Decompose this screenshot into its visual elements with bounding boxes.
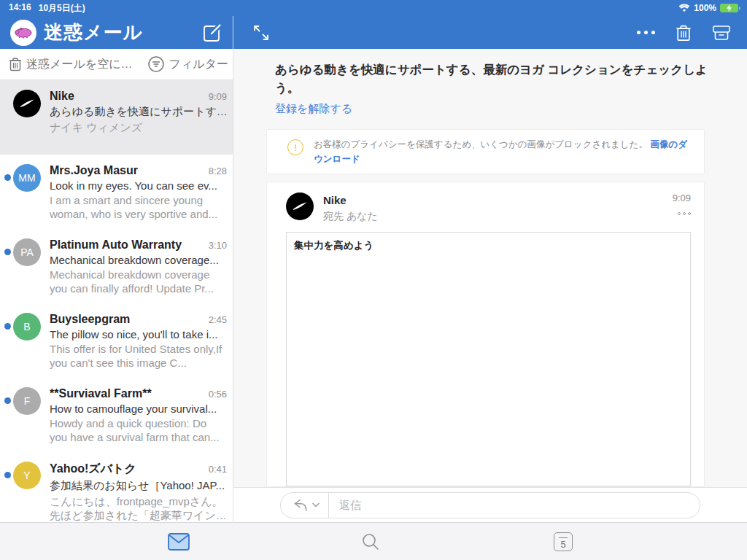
mail-body-text: 集中力を高めよう bbox=[294, 239, 683, 252]
sender-avatar: F bbox=[13, 387, 41, 415]
trash-icon bbox=[9, 57, 22, 71]
reply-bar bbox=[233, 487, 747, 522]
clock: 14:16 bbox=[9, 2, 31, 15]
mail-subject: Mechanical breakdown coverage... bbox=[50, 254, 227, 266]
recipient-line: 宛先 あなた bbox=[323, 210, 673, 223]
blocked-images-banner: ! お客様のプライバシーを保護するため、いくつかの画像がブロックされました。 画… bbox=[266, 129, 705, 174]
sender-avatar bbox=[13, 90, 41, 117]
mail-time: 9:09 bbox=[673, 192, 691, 203]
battery-icon bbox=[720, 4, 738, 12]
wifi-icon bbox=[678, 4, 690, 12]
nike-swoosh-icon bbox=[290, 197, 309, 216]
unread-dot bbox=[4, 249, 11, 255]
tab-mail[interactable] bbox=[168, 533, 190, 551]
reading-pane-header bbox=[233, 16, 747, 49]
archive-button[interactable] bbox=[712, 24, 731, 42]
list-item[interactable]: F **Surviaval Farm**0:56 How to camoufla… bbox=[0, 378, 233, 452]
filter-icon bbox=[147, 55, 165, 73]
status-bar: 14:16 10月5日(土) 100% bbox=[0, 0, 747, 16]
list-item[interactable]: MM Mrs.Joya Masur8:28 Look in my eyes. Y… bbox=[0, 155, 233, 229]
mail-preview: Mechanical breakdown coverage you can fi… bbox=[50, 268, 227, 295]
mail-list-pane: 迷惑メール bbox=[0, 16, 233, 522]
battery-percent: 100% bbox=[694, 3, 716, 13]
reading-pane: あらゆる動きを快適にサポートする、最新のヨガ コレクションをチェックしよう。 登… bbox=[233, 16, 747, 522]
mail-preview: Howdy and a quick question: Do you have … bbox=[50, 416, 227, 444]
mail-time: 3:10 bbox=[209, 240, 227, 251]
mail-body: 集中力を高めよう bbox=[286, 232, 691, 486]
mail-time: 2:45 bbox=[209, 314, 227, 325]
filter-button[interactable]: フィルター bbox=[147, 55, 229, 73]
unread-dot bbox=[4, 397, 11, 404]
mail-content: あらゆる動きを快適にサポートする、最新のヨガ コレクションをチェックしよう。 登… bbox=[233, 49, 747, 487]
mail-app: 14:16 10月5日(土) 100% bbox=[0, 0, 747, 560]
sender-avatar: MM bbox=[13, 164, 41, 192]
sender-avatar bbox=[286, 192, 314, 220]
list-item[interactable]: B Buysleepgram2:45 The pillow so nice, y… bbox=[0, 303, 233, 378]
mail-time: 0:56 bbox=[209, 389, 227, 400]
list-item[interactable]: Y Yahoo!ズバトク0:41 参加結果のお知らせ［Yahoo! JAP...… bbox=[0, 452, 233, 522]
account-avatar[interactable] bbox=[10, 20, 36, 46]
expand-button[interactable] bbox=[252, 23, 271, 42]
mail-subject: あらゆる動きを快適にサポートす… bbox=[50, 105, 227, 119]
mail-preview: こんにちは、frontpage_mvpさん。先ほど参加された「超豪華ワイン… bbox=[50, 494, 227, 522]
reply-type-button[interactable] bbox=[281, 498, 328, 513]
delete-button[interactable] bbox=[676, 24, 692, 42]
list-toolbar: 迷惑メールを空に… フィルター bbox=[0, 49, 233, 80]
empty-spam-button[interactable]: 迷惑メールを空に… bbox=[9, 57, 133, 72]
folder-header: 迷惑メール bbox=[0, 16, 233, 49]
search-icon bbox=[361, 532, 380, 551]
archive-icon bbox=[712, 24, 731, 42]
date: 10月5日(土) bbox=[39, 2, 85, 15]
sender-name: Buysleepgram bbox=[50, 313, 204, 326]
list-item[interactable]: Nike9:09 あらゆる動きを快適にサポートす… ナイキ ウィメンズ bbox=[0, 80, 233, 155]
mail-subject: The pillow so nice, you'll to take i... bbox=[50, 328, 227, 341]
sender-avatar: PA bbox=[13, 238, 41, 266]
tab-bar: 5 bbox=[0, 522, 747, 560]
mail-preview: This offer is for United States only,If … bbox=[50, 342, 227, 370]
folder-title: 迷惑メール bbox=[44, 20, 195, 45]
reply-arrow-icon bbox=[293, 498, 309, 513]
sender-avatar: Y bbox=[13, 462, 41, 489]
tab-search[interactable] bbox=[361, 532, 380, 551]
tab-app-badge[interactable]: 5 bbox=[554, 532, 573, 551]
mail-subject-full: あらゆる動きを快適にサポートする、最新のヨガ コレクションをチェックしよう。 bbox=[275, 61, 713, 97]
sender-name: Mrs.Joya Masur bbox=[50, 164, 204, 177]
mail-time: 9:09 bbox=[209, 91, 227, 102]
compose-button[interactable] bbox=[202, 23, 222, 43]
privacy-notice: お客様のプライバシーを保護するため、いくつかの画像がブロックされました。 bbox=[314, 139, 648, 149]
empty-spam-label: 迷惑メールを空に… bbox=[26, 57, 133, 72]
mail-preview: ナイキ ウィメンズ bbox=[50, 120, 227, 134]
nike-swoosh-icon bbox=[18, 94, 36, 113]
sender-name: **Surviaval Farm** bbox=[50, 387, 204, 400]
more-options-button[interactable] bbox=[637, 31, 655, 34]
list-item[interactable]: PA Platinum Auto Warranty3:10 Mechanical… bbox=[0, 229, 233, 303]
sender-avatar: B bbox=[13, 313, 41, 341]
chevron-down-icon bbox=[312, 502, 320, 508]
reply-input[interactable] bbox=[329, 499, 700, 511]
sender-name: Nike bbox=[323, 194, 673, 206]
trash-icon bbox=[676, 24, 692, 42]
sender-name: Nike bbox=[50, 90, 204, 103]
mail-time: 0:41 bbox=[209, 464, 227, 475]
mail-preview: I am a smart and sincere young woman, wh… bbox=[50, 193, 227, 221]
sender-name: Platinum Auto Warranty bbox=[50, 238, 204, 252]
unsubscribe-link[interactable]: 登録を解除する bbox=[275, 102, 352, 116]
filter-label: フィルター bbox=[169, 57, 229, 72]
badge-5-icon: 5 bbox=[554, 532, 573, 551]
pig-icon bbox=[13, 23, 34, 43]
mail-card: Nike 宛先 あなた 9:09 集中力を高めよう bbox=[266, 182, 705, 487]
message-more-button[interactable] bbox=[673, 212, 691, 215]
unread-dot bbox=[4, 472, 11, 478]
mail-subject: Look in my eyes. You can see ev... bbox=[50, 179, 227, 192]
email-list: Nike9:09 あらゆる動きを快適にサポートす… ナイキ ウィメンズ MM M… bbox=[0, 80, 233, 522]
sender-name: Yahoo!ズバトク bbox=[50, 462, 204, 477]
unread-dot bbox=[4, 174, 11, 181]
mail-subject: 参加結果のお知らせ［Yahoo! JAP... bbox=[50, 479, 227, 493]
mail-time: 8:28 bbox=[209, 166, 227, 176]
warning-icon: ! bbox=[287, 139, 303, 155]
mail-subject: How to camouflage your survival... bbox=[50, 402, 227, 415]
mail-icon bbox=[168, 533, 190, 551]
unread-dot bbox=[4, 323, 11, 330]
